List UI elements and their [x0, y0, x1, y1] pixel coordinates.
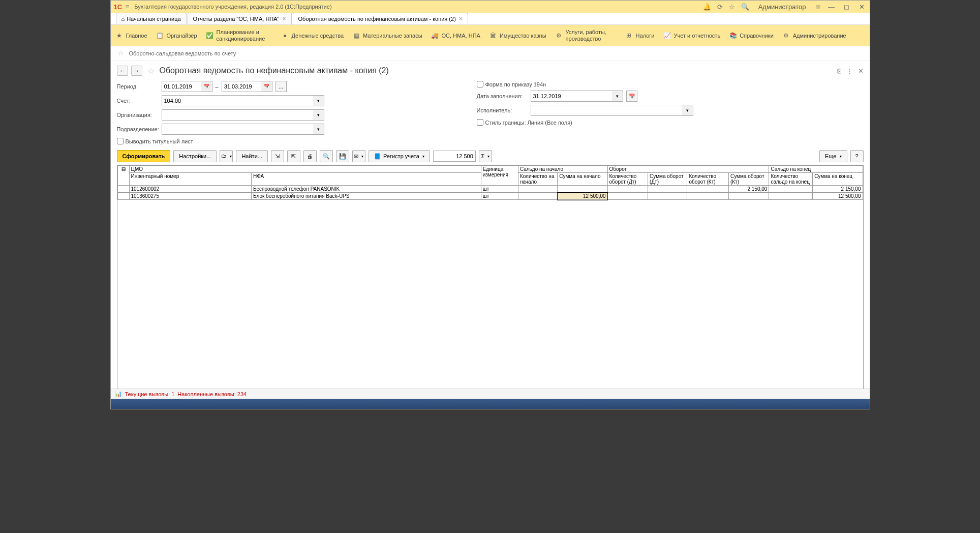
favorite-star-icon[interactable]: ☆: [147, 66, 155, 76]
user-label[interactable]: Администратор: [758, 3, 806, 11]
show-title-checkbox[interactable]: Выводить титульный лист: [117, 138, 324, 144]
menu-reports[interactable]: 📈Учет и отчетность: [663, 32, 720, 39]
print-button[interactable]: 🖨: [303, 150, 317, 162]
link-icon[interactable]: ⎘: [837, 67, 841, 75]
restore-button[interactable]: ◻: [842, 3, 851, 11]
close-window-button[interactable]: ✕: [858, 3, 867, 11]
title-tools: 🔔 ⟳ ☆ 🔍 Администратор ≣ — ◻ ✕: [703, 3, 867, 11]
menu-property[interactable]: 🏛Имущество казны: [489, 32, 546, 39]
bell-icon[interactable]: 🔔: [703, 3, 711, 11]
cell-inv: 1013600275: [129, 193, 251, 200]
menu-organizer[interactable]: 📋Органайзер: [157, 32, 197, 39]
tab-home[interactable]: ⌂ Начальная страница: [116, 13, 187, 24]
variant-button[interactable]: 🗂▾: [220, 150, 233, 162]
org-input[interactable]: [162, 109, 313, 121]
content-area: ← → ☆ Оборотная ведомость по нефинансовы…: [111, 61, 870, 399]
fill-date-input[interactable]: [531, 91, 612, 102]
form194-checkbox[interactable]: Форма по приказу 194н: [477, 81, 693, 87]
border-style-input[interactable]: [477, 119, 483, 126]
register-button[interactable]: 📘Регистр учета▾: [369, 150, 430, 162]
email-button[interactable]: ✉▾: [352, 150, 365, 162]
star-icon[interactable]: ☆: [118, 49, 124, 57]
menu-admin[interactable]: ⚙Администрирование: [783, 32, 846, 39]
form194-input[interactable]: [477, 81, 483, 87]
perf-icon[interactable]: 📊: [115, 391, 122, 397]
chevron-down-icon[interactable]: ▾: [313, 124, 324, 135]
show-title-input[interactable]: [117, 138, 124, 144]
help-button[interactable]: ?: [850, 150, 864, 162]
find-button[interactable]: Найти...: [236, 150, 268, 162]
collapse-toggle[interactable]: ⊟: [117, 166, 129, 186]
menu-admin-label: Администрирование: [793, 33, 846, 39]
table-row[interactable]: 1012600002 Беспроводной телефон PANASONI…: [117, 186, 863, 193]
col-inv: Инвентарный номер: [129, 173, 251, 186]
forward-button[interactable]: →: [131, 66, 142, 76]
form194-label: Форма по приказу 194н: [485, 81, 546, 87]
sum-field[interactable]: [433, 151, 476, 162]
executor-label: Исполнитель:: [477, 107, 528, 113]
period-dialog-button[interactable]: ...: [275, 81, 287, 92]
cell: [648, 193, 687, 200]
generate-button[interactable]: Сформировать: [117, 150, 171, 162]
subbar-osv-link[interactable]: Оборотно-сальдовая ведомость по счету: [129, 50, 236, 56]
col-qty-end: Количество сальдо на конец: [769, 173, 813, 186]
burger-icon[interactable]: ≡: [125, 3, 129, 11]
col-cmo: ЦМО: [129, 166, 481, 173]
chevron-down-icon[interactable]: ▾: [612, 91, 623, 102]
menu-taxes[interactable]: ⛨Налоги: [626, 32, 655, 39]
account-input[interactable]: [162, 95, 313, 106]
menu-main[interactable]: ★Главное: [116, 32, 147, 39]
close-icon[interactable]: ×: [459, 15, 463, 22]
sigma-button[interactable]: Σ▾: [479, 150, 492, 162]
close-icon[interactable]: ×: [283, 15, 286, 22]
search-icon[interactable]: 🔍: [741, 3, 749, 11]
history-icon[interactable]: ⟳: [717, 3, 723, 11]
shield-icon: ⛨: [626, 32, 633, 39]
save-button[interactable]: 💾: [336, 150, 349, 162]
expand-all-button[interactable]: ⇲: [271, 150, 284, 162]
menu-planning[interactable]: ✅Планирование и санкционирование: [206, 29, 272, 41]
page-header: ← → ☆ Оборотная ведомость по нефинансовы…: [117, 64, 864, 78]
calendar-icon[interactable]: 📅: [201, 81, 212, 92]
book-icon: 📘: [374, 153, 381, 160]
chevron-down-icon[interactable]: ▾: [682, 105, 693, 116]
dept-input[interactable]: [162, 124, 313, 135]
preview-button[interactable]: 🔍: [320, 150, 333, 162]
more-button[interactable]: Еще▾: [819, 150, 847, 162]
settings-button[interactable]: Настройки...: [173, 150, 217, 162]
minimize-button[interactable]: —: [827, 3, 836, 11]
menu-catalogs[interactable]: 📚Справочники: [729, 32, 774, 39]
col-saldo-end: Сальдо на конец: [769, 166, 863, 173]
report-table: ⊟ ЦМО Единица измерения Сальдо на начало…: [117, 165, 863, 200]
back-button[interactable]: ←: [117, 66, 128, 76]
col-sum-dt: Сумма оборот (Дт): [648, 173, 687, 186]
kebab-icon[interactable]: ⋮: [846, 67, 853, 75]
tab-current[interactable]: Оборотная ведомость по нефинансовым акти…: [293, 13, 468, 24]
menu-os[interactable]: 🚚ОС, НМА, НПА: [432, 32, 480, 39]
calendar-button[interactable]: 📅: [626, 91, 637, 102]
col-unit: Единица измерения: [481, 166, 518, 186]
tab-reports[interactable]: Отчеты раздела "ОС, НМА, НПА" ×: [188, 13, 292, 24]
cell: [607, 193, 648, 200]
close-page-button[interactable]: ✕: [858, 67, 864, 75]
os-taskbar[interactable]: [111, 399, 870, 409]
date-to-input[interactable]: [222, 81, 261, 92]
report-table-container[interactable]: ⊟ ЦМО Единица измерения Сальдо на начало…: [117, 165, 864, 399]
menu-materials[interactable]: ▦Материальные запасы: [353, 32, 422, 39]
cell-selected[interactable]: 12 500,00: [558, 193, 607, 200]
chart-icon: 📈: [663, 32, 670, 39]
border-style-checkbox[interactable]: Стиль границы: Линия (Все поля): [477, 119, 693, 126]
calendar-icon[interactable]: 📅: [261, 81, 272, 92]
executor-input[interactable]: [531, 105, 682, 116]
settings-lines-icon[interactable]: ≣: [815, 3, 821, 11]
chevron-down-icon[interactable]: ▾: [313, 109, 324, 121]
menu-money[interactable]: ●Денежные средства: [282, 32, 344, 39]
chevron-down-icon[interactable]: ▾: [313, 95, 324, 106]
menu-services[interactable]: ⚙Услуги, работы, производство: [556, 29, 617, 41]
tab-reports-label: Отчеты раздела "ОС, НМА, НПА": [193, 16, 280, 22]
star-icon[interactable]: ☆: [729, 3, 735, 11]
table-row[interactable]: 1013600275 Блок бесперебойного питания B…: [117, 193, 863, 200]
date-from-input[interactable]: [162, 81, 201, 92]
collapse-all-button[interactable]: ⇱: [287, 150, 300, 162]
document-tabs: ⌂ Начальная страница Отчеты раздела "ОС,…: [111, 13, 870, 25]
